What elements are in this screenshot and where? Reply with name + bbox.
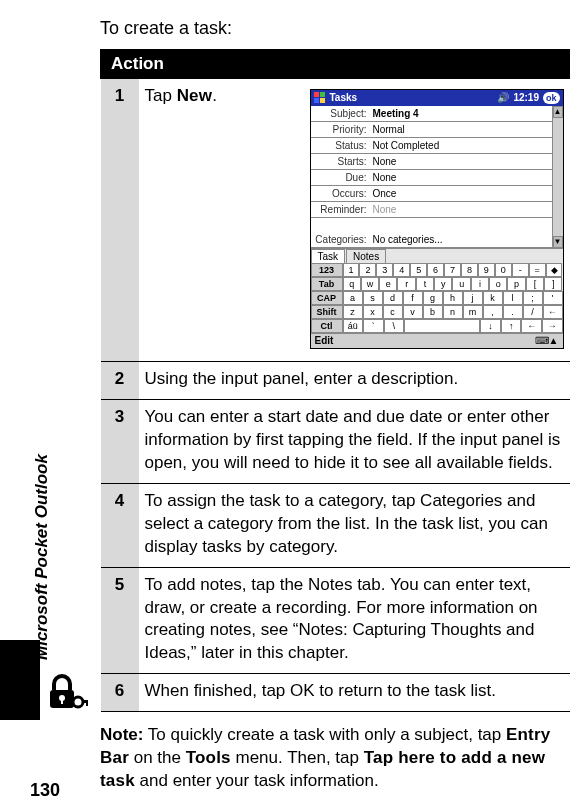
- field-label: Subject:: [311, 107, 371, 121]
- pda-scrollbar[interactable]: ▲ ▼: [552, 106, 563, 248]
- kbd-key[interactable]: l: [503, 291, 523, 305]
- step-number: 4: [101, 483, 139, 567]
- kbd-key[interactable]: c: [383, 305, 403, 319]
- field-label: Reminder:: [311, 203, 371, 217]
- kbd-key[interactable]: ;: [523, 291, 543, 305]
- edit-menu[interactable]: Edit: [315, 334, 334, 348]
- kbd-key[interactable]: CAP: [311, 291, 343, 305]
- kbd-key[interactable]: /: [523, 305, 543, 319]
- page-number: 130: [30, 780, 60, 801]
- kbd-key[interactable]: Ctl: [311, 319, 343, 333]
- kbd-key[interactable]: f: [403, 291, 423, 305]
- kbd-key[interactable]: g: [423, 291, 443, 305]
- kbd-key[interactable]: x: [363, 305, 383, 319]
- kbd-key[interactable]: 2: [359, 263, 376, 277]
- svg-point-3: [73, 697, 83, 707]
- note-text: and enter your task information.: [135, 771, 379, 790]
- kbd-key[interactable]: 6: [427, 263, 444, 277]
- kbd-key[interactable]: Shift: [311, 305, 343, 319]
- kbd-key[interactable]: ↑: [501, 319, 522, 333]
- kbd-key[interactable]: 4: [393, 263, 410, 277]
- action-table: Action 1 Tap New.: [100, 49, 570, 712]
- kbd-key[interactable]: [404, 319, 480, 333]
- step-number: 6: [101, 674, 139, 712]
- kbd-key[interactable]: .: [503, 305, 523, 319]
- kbd-key[interactable]: d: [383, 291, 403, 305]
- kbd-key[interactable]: ': [543, 291, 563, 305]
- speaker-icon: 🔊: [497, 91, 509, 105]
- kbd-key[interactable]: 3: [376, 263, 393, 277]
- kbd-key[interactable]: 0: [495, 263, 512, 277]
- lock-key-icon: [42, 668, 88, 714]
- kbd-key[interactable]: 5: [410, 263, 427, 277]
- kbd-key[interactable]: z: [343, 305, 363, 319]
- kbd-key[interactable]: r: [397, 277, 415, 291]
- kbd-key[interactable]: Tab: [311, 277, 343, 291]
- kbd-key[interactable]: →: [542, 319, 563, 333]
- kbd-key[interactable]: a: [343, 291, 363, 305]
- subject-field[interactable]: Meeting 4: [371, 107, 552, 121]
- kbd-key[interactable]: w: [361, 277, 379, 291]
- kbd-key[interactable]: t: [416, 277, 434, 291]
- occurs-field[interactable]: Once: [371, 187, 552, 201]
- kbd-key[interactable]: b: [423, 305, 443, 319]
- kbd-key[interactable]: `: [363, 319, 384, 333]
- step-text: You can enter a start date and due date …: [139, 399, 570, 483]
- kbd-key[interactable]: e: [379, 277, 397, 291]
- status-field[interactable]: Not Completed: [371, 139, 552, 153]
- kbd-key[interactable]: \: [384, 319, 405, 333]
- step-text: Using the input panel, enter a descripti…: [139, 362, 570, 400]
- step-number: 5: [101, 567, 139, 674]
- svg-rect-5: [86, 700, 88, 706]
- kbd-key[interactable]: =: [529, 263, 546, 277]
- kbd-key[interactable]: o: [489, 277, 507, 291]
- windows-icon: [314, 92, 326, 104]
- pda-bottombar: Edit ⌨▲: [311, 333, 563, 348]
- kbd-key[interactable]: ,: [483, 305, 503, 319]
- kbd-key[interactable]: j: [463, 291, 483, 305]
- kbd-key[interactable]: y: [434, 277, 452, 291]
- kbd-key[interactable]: k: [483, 291, 503, 305]
- kbd-key[interactable]: ◆: [546, 263, 563, 277]
- field-label: Priority:: [311, 123, 371, 137]
- kbd-key[interactable]: 9: [478, 263, 495, 277]
- kbd-key[interactable]: ↓: [480, 319, 501, 333]
- kbd-key[interactable]: v: [403, 305, 423, 319]
- ui-tools: Tools: [186, 748, 231, 767]
- kbd-key[interactable]: ]: [544, 277, 562, 291]
- kbd-key[interactable]: u: [452, 277, 470, 291]
- kbd-key[interactable]: 7: [444, 263, 461, 277]
- scroll-down-icon[interactable]: ▼: [553, 236, 563, 248]
- pda-keyboard[interactable]: 1231234567890-=◆ Tabqwertyuiop[] CAPasdf…: [311, 263, 563, 333]
- tab-task[interactable]: Task: [311, 249, 346, 264]
- kbd-key[interactable]: 1: [343, 263, 360, 277]
- kbd-key[interactable]: i: [471, 277, 489, 291]
- kbd-key[interactable]: h: [443, 291, 463, 305]
- kbd-key[interactable]: q: [343, 277, 361, 291]
- priority-field[interactable]: Normal: [371, 123, 552, 137]
- tab-notes[interactable]: Notes: [346, 249, 386, 264]
- reminder-field[interactable]: None: [371, 203, 552, 217]
- kbd-key[interactable]: 123: [311, 263, 343, 277]
- kbd-key[interactable]: n: [443, 305, 463, 319]
- intro-text: To create a task:: [100, 18, 570, 39]
- categories-field[interactable]: No categories...: [371, 233, 552, 247]
- sip-icon[interactable]: ⌨▲: [535, 334, 559, 348]
- due-field[interactable]: None: [371, 171, 552, 185]
- side-tab: Microsoft Pocket Outlook: [0, 340, 40, 680]
- scroll-up-icon[interactable]: ▲: [553, 106, 563, 118]
- kbd-key[interactable]: 8: [461, 263, 478, 277]
- kbd-key[interactable]: s: [363, 291, 383, 305]
- starts-field[interactable]: None: [371, 155, 552, 169]
- pda-ok-button[interactable]: ok: [543, 92, 560, 104]
- kbd-key[interactable]: áü: [343, 319, 364, 333]
- kbd-key[interactable]: [: [526, 277, 544, 291]
- kbd-key[interactable]: ←: [521, 319, 542, 333]
- note-text: on the: [129, 748, 186, 767]
- kbd-key[interactable]: -: [512, 263, 529, 277]
- ui-new: New: [177, 86, 213, 105]
- kbd-key[interactable]: m: [463, 305, 483, 319]
- field-label: Status:: [311, 139, 371, 153]
- kbd-key[interactable]: p: [507, 277, 525, 291]
- kbd-key[interactable]: ←: [543, 305, 563, 319]
